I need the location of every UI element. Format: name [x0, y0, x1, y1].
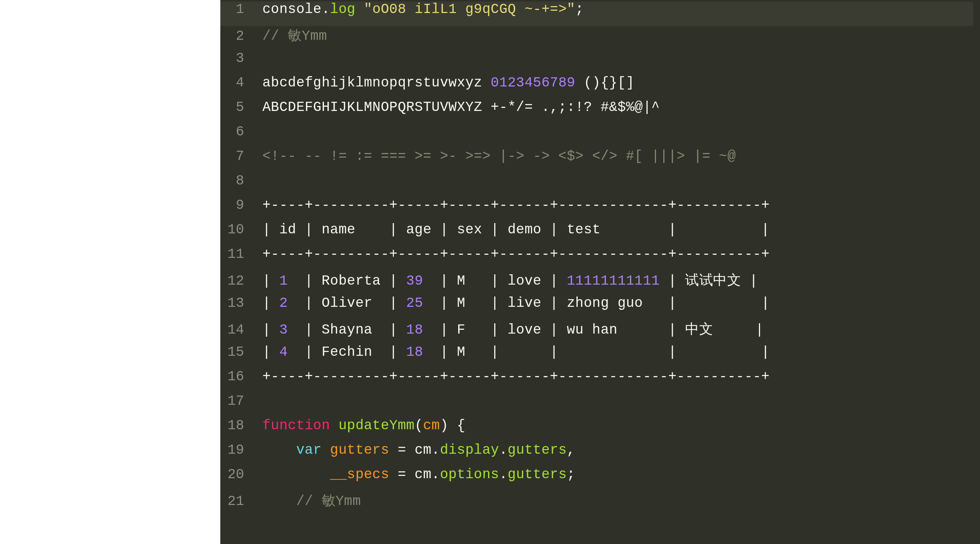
line-number: 21 — [220, 494, 253, 509]
line-content[interactable]: | 4 | Fechin | 18 | M | | | | — [253, 344, 770, 360]
code-line[interactable]: 5 ABCDEFGHIJKLMNOPQRSTUVWXYZ +-*/= .,;:!… — [220, 99, 980, 124]
line-content[interactable]: // 敏Ymm — [253, 491, 361, 510]
token-number: 4 — [279, 344, 288, 360]
line-content[interactable]: __specs = cm.options.gutters; — [253, 467, 575, 482]
line-content[interactable]: | id | name | age | sex | demo | test | … — [253, 222, 770, 238]
code-line[interactable]: 13 | 2 | Oliver | 25 | M | live | zhong … — [220, 295, 980, 320]
line-content[interactable]: // 敏Ymm — [253, 26, 327, 45]
table-cell: | M | live | zhong guo | | — [423, 295, 770, 311]
table-border: +----+---------+-----+-----+------+-----… — [262, 246, 770, 262]
line-content[interactable]: console.log "oO08 iIlL1 g9qCGQ ~-+=>"; — [253, 2, 584, 17]
code-line[interactable]: 18 function updateYmm(cm) { — [220, 418, 980, 442]
code-lines: 1 console.log "oO08 iIlL1 g9qCGQ ~-+=>";… — [220, 0, 980, 516]
line-number: 6 — [220, 124, 253, 140]
token-comment: // 敏Ymm — [296, 494, 361, 509]
line-number: 8 — [220, 173, 253, 189]
line-content[interactable]: var gutters = cm.display.gutters, — [253, 442, 575, 458]
line-number: 12 — [220, 273, 253, 289]
token-text: (){}[] — [575, 75, 635, 91]
line-content[interactable]: | 1 | Roberta | 39 | M | love | 11111111… — [253, 271, 758, 290]
token-string-close: " — [567, 2, 575, 17]
table-border: +----+---------+-----+-----+------+-----… — [262, 197, 770, 213]
code-line[interactable]: 7 <!-- -- != := === >= >- >=> |-> -> <$>… — [220, 148, 980, 173]
token-number: 1 — [279, 273, 288, 289]
table-border: +----+---------+-----+-----+------+-----… — [262, 369, 770, 384]
token-text: = cm. — [389, 467, 440, 482]
code-line[interactable]: 3 — [220, 50, 980, 75]
line-number: 16 — [220, 369, 253, 384]
code-line[interactable]: 4 abcdefghijklmnopqrstuvwxyz 0123456789 … — [220, 75, 980, 99]
line-content[interactable]: +----+---------+-----+-----+------+-----… — [253, 369, 770, 384]
token-number: 11111111111 — [567, 273, 660, 289]
code-line[interactable]: 20 __specs = cm.options.gutters; — [220, 467, 980, 491]
token-text: ABCDEFGHIJKLMNOPQRSTUVWXYZ +-*/= .,;:!? … — [262, 99, 660, 115]
line-content[interactable]: +----+---------+-----+-----+------+-----… — [253, 197, 770, 213]
token-dot: . — [499, 442, 508, 458]
code-line[interactable]: 21 // 敏Ymm — [220, 491, 980, 516]
line-content[interactable]: | 3 | Shayna | 18 | F | love | wu han | … — [253, 320, 764, 339]
code-line[interactable]: 12 | 1 | Roberta | 39 | M | love | 11111… — [220, 271, 980, 295]
table-cell: | — [262, 295, 279, 311]
token-number: 18 — [406, 322, 423, 338]
code-editor[interactable]: 1 console.log "oO08 iIlL1 g9qCGQ ~-+=>";… — [220, 0, 980, 544]
line-content[interactable]: abcdefghijklmnopqrstuvwxyz 0123456789 ()… — [253, 75, 635, 91]
line-content[interactable]: | 2 | Oliver | 25 | M | live | zhong guo… — [253, 295, 770, 311]
line-number: 13 — [220, 295, 253, 311]
token-dot: . — [322, 2, 330, 17]
token-keyword: function — [262, 418, 330, 433]
token-ident: console — [262, 2, 322, 17]
code-line[interactable]: 14 | 3 | Shayna | 18 | F | love | wu han… — [220, 320, 980, 344]
token-number: 18 — [406, 344, 423, 360]
indent — [262, 494, 296, 509]
code-line[interactable]: 15 | 4 | Fechin | 18 | M | | | | — [220, 344, 980, 369]
line-number: 20 — [220, 467, 253, 482]
code-line[interactable]: 6 — [220, 124, 980, 148]
line-content[interactable]: +----+---------+-----+-----+------+-----… — [253, 246, 770, 262]
token-string: oO08 iIlL1 g9qCGQ ~-+=> — [372, 2, 567, 17]
line-content[interactable]: <!-- -- != := === >= >- >=> |-> -> <$> <… — [253, 148, 736, 164]
token-property: gutters — [508, 442, 567, 458]
token-ligatures: <!-- -- != := === >= >- >=> |-> -> <$> <… — [262, 148, 736, 164]
token-space — [322, 442, 330, 458]
token-param: cm — [423, 418, 440, 433]
code-line[interactable]: 9 +----+---------+-----+-----+------+---… — [220, 197, 980, 222]
token-text: abcdefghijklmnopqrstuvwxyz — [262, 75, 491, 91]
code-line[interactable]: 17 — [220, 393, 980, 418]
token-semi: ; — [575, 2, 584, 17]
code-line[interactable]: 2 // 敏Ymm — [220, 26, 980, 50]
line-number: 5 — [220, 99, 253, 115]
table-cell: | Oliver | — [288, 295, 406, 311]
line-number: 2 — [220, 28, 253, 44]
token-text: = cm. — [389, 442, 440, 458]
code-line[interactable]: 16 +----+---------+-----+-----+------+--… — [220, 369, 980, 393]
table-cell: | Shayna | — [288, 322, 406, 338]
token-comment: // 敏Ymm — [262, 28, 327, 44]
token-space — [355, 2, 364, 17]
table-cell: | 试试中文 | — [660, 273, 758, 289]
table-cell: | — [262, 344, 279, 360]
token-number: 25 — [406, 295, 423, 311]
token-paren: ( — [415, 418, 423, 433]
code-line[interactable]: 8 — [220, 173, 980, 197]
token-dot: . — [499, 467, 508, 482]
table-cell: | M | love | — [423, 273, 567, 289]
code-line[interactable]: 1 console.log "oO08 iIlL1 g9qCGQ ~-+=>"; — [220, 2, 980, 26]
token-var: gutters — [330, 442, 389, 458]
indent — [262, 442, 296, 458]
token-text: , — [567, 442, 575, 458]
line-content[interactable]: ABCDEFGHIJKLMNOPQRSTUVWXYZ +-*/= .,;:!? … — [253, 99, 660, 115]
token-var: __specs — [330, 467, 389, 482]
line-number: 11 — [220, 246, 253, 262]
line-content[interactable]: function updateYmm(cm) { — [253, 418, 466, 433]
table-cell: | M | | | | — [423, 344, 770, 360]
token-property: gutters — [508, 467, 567, 482]
token-property: options — [440, 467, 499, 482]
code-line[interactable]: 19 var gutters = cm.display.gutters, — [220, 442, 980, 467]
token-function-name: updateYmm — [339, 418, 415, 433]
code-line[interactable]: 11 +----+---------+-----+-----+------+--… — [220, 246, 980, 271]
app-frame: 1 console.log "oO08 iIlL1 g9qCGQ ~-+=>";… — [0, 0, 980, 544]
table-cell: | Fechin | — [288, 344, 406, 360]
token-number: 39 — [406, 273, 423, 289]
code-line[interactable]: 10 | id | name | age | sex | demo | test… — [220, 222, 980, 246]
token-paren: ) { — [440, 418, 465, 433]
